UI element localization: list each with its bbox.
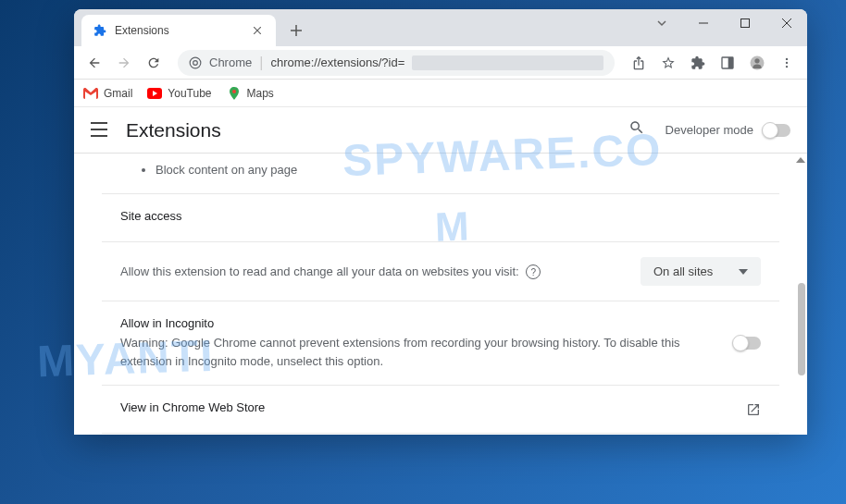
- share-icon[interactable]: [626, 50, 652, 76]
- gmail-icon: [83, 86, 98, 101]
- bookmark-youtube[interactable]: YouTube: [147, 86, 211, 101]
- minimize-button[interactable]: [682, 9, 724, 37]
- bookmark-maps[interactable]: Maps: [227, 86, 274, 101]
- reload-button[interactable]: [141, 50, 167, 76]
- menu-icon[interactable]: [774, 50, 800, 76]
- section-title: Site access: [120, 209, 761, 223]
- svg-point-3: [193, 60, 198, 65]
- tab-title: Extensions: [115, 24, 243, 37]
- extension-icon: [93, 23, 107, 38]
- divider: |: [259, 55, 263, 71]
- view-store-section[interactable]: View in Chrome Web Store: [102, 385, 779, 433]
- svg-point-10: [786, 65, 788, 67]
- chrome-icon: [189, 56, 202, 69]
- scrollbar[interactable]: [796, 154, 807, 435]
- page-title: Extensions: [126, 119, 628, 141]
- developer-mode-toggle[interactable]: [763, 124, 790, 137]
- bookmark-gmail[interactable]: Gmail: [83, 86, 132, 101]
- section-title: Allow in Incognito: [120, 316, 718, 330]
- youtube-icon: [147, 86, 162, 101]
- svg-rect-1: [740, 19, 749, 28]
- scroll-up-arrow[interactable]: [796, 157, 805, 166]
- site-access-row: Allow this extension to read and change …: [102, 241, 779, 301]
- close-icon[interactable]: [250, 23, 265, 38]
- star-icon[interactable]: [655, 50, 681, 76]
- address-bar[interactable]: Chrome | chrome://extensions/?id=: [178, 50, 615, 76]
- svg-point-2: [190, 57, 201, 68]
- incognito-warning: Warning: Google Chrome cannot prevent ex…: [120, 334, 718, 370]
- forward-button[interactable]: [111, 50, 137, 76]
- bookmarks-bar: Gmail YouTube Maps: [74, 80, 807, 107]
- maps-icon: [227, 86, 242, 101]
- blurred-url: [412, 55, 603, 70]
- site-access-text: Allow this extension to read and change …: [120, 263, 626, 281]
- chevron-down-icon[interactable]: [641, 9, 682, 37]
- dropdown-value: On all sites: [653, 264, 713, 278]
- site-access-section: Site access: [102, 193, 779, 241]
- browser-toolbar: Chrome | chrome://extensions/?id=: [74, 46, 807, 80]
- extensions-icon[interactable]: [685, 50, 711, 76]
- view-store-label: View in Chrome Web Store: [120, 400, 265, 414]
- svg-point-7: [754, 58, 759, 63]
- close-button[interactable]: [765, 9, 807, 37]
- source-section: Source: [102, 433, 779, 435]
- window-controls: [641, 9, 807, 37]
- browser-tab[interactable]: Extensions: [81, 15, 276, 46]
- extensions-header: Extensions Developer mode: [74, 107, 807, 154]
- open-external-icon: [746, 402, 761, 417]
- profile-icon[interactable]: [744, 50, 770, 76]
- bookmark-label: Gmail: [104, 87, 132, 100]
- incognito-section: Allow in Incognito Warning: Google Chrom…: [102, 301, 779, 385]
- bookmark-label: Maps: [247, 87, 274, 100]
- help-icon[interactable]: ?: [526, 264, 541, 279]
- chrome-window: Extensions Chrome | chrome://extensions/…: [74, 9, 807, 435]
- incognito-toggle[interactable]: [733, 337, 761, 350]
- svg-point-8: [786, 57, 788, 59]
- content-area: Block content on any page Site access Al…: [74, 154, 807, 435]
- bookmark-label: YouTube: [168, 87, 211, 100]
- new-tab-button[interactable]: [283, 18, 309, 43]
- maximize-button[interactable]: [724, 9, 765, 37]
- scrollbar-thumb[interactable]: [798, 283, 805, 375]
- hamburger-icon[interactable]: [91, 121, 109, 140]
- side-panel-icon[interactable]: [715, 50, 740, 76]
- svg-rect-5: [728, 57, 733, 68]
- permission-item: Block content on any page: [156, 163, 779, 177]
- svg-point-9: [786, 61, 788, 63]
- search-icon[interactable]: [628, 119, 651, 141]
- svg-point-12: [232, 90, 236, 93]
- url-text: chrome://extensions/?id=: [270, 55, 404, 69]
- chevron-down-icon: [739, 269, 748, 275]
- back-button[interactable]: [81, 50, 107, 76]
- developer-mode-label: Developer mode: [666, 123, 753, 137]
- site-access-dropdown[interactable]: On all sites: [641, 257, 761, 286]
- url-scheme: Chrome: [209, 55, 252, 69]
